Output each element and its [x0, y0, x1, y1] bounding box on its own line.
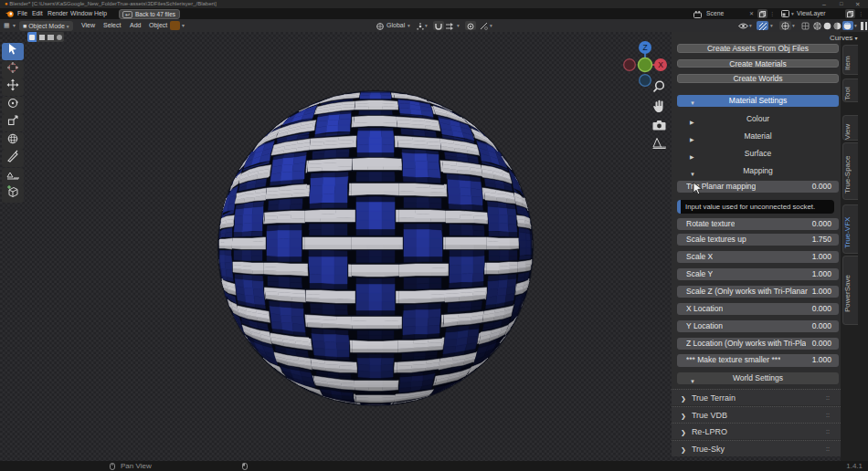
svg-text:X: X: [658, 60, 663, 69]
svg-text:Z: Z: [642, 43, 647, 52]
